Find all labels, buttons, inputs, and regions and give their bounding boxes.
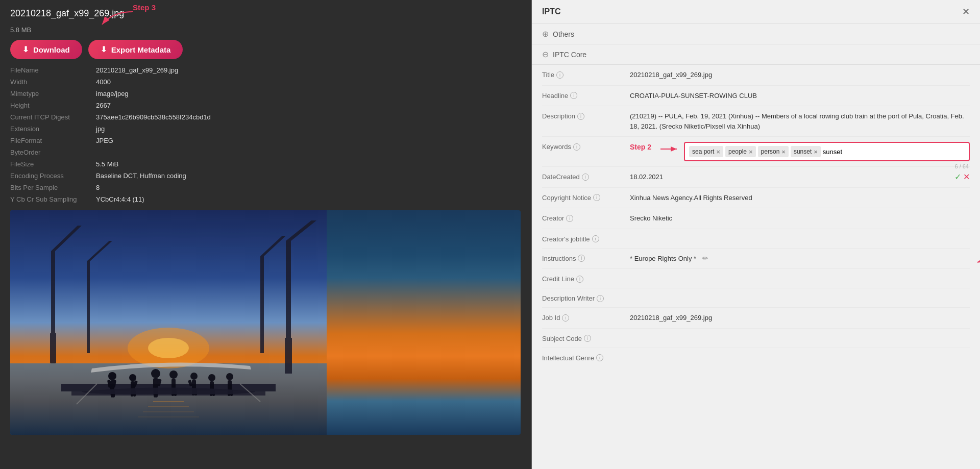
others-expand-icon: ⊕: [542, 29, 549, 39]
iptc-title: IPTC: [542, 7, 560, 16]
info-icon: i: [566, 215, 573, 222]
keyword-text: sea port: [692, 147, 714, 156]
field-label: Headline i: [542, 91, 624, 100]
svg-point-42: [208, 374, 215, 381]
action-buttons: ⬇ Download ⬇ Export Metadata: [10, 40, 521, 59]
info-icon: i: [578, 255, 585, 262]
field-label-text: Credit Line: [542, 275, 574, 283]
keyword-tag: people×: [725, 146, 756, 157]
field-label-text: Subject Code: [542, 335, 582, 342]
keyword-remove-button[interactable]: ×: [716, 149, 720, 155]
field-label-text: DateCreated: [542, 173, 580, 181]
image-container: [10, 210, 521, 435]
svg-rect-2: [10, 363, 327, 435]
field-label: Credit Line i: [542, 274, 624, 283]
svg-point-33: [169, 371, 178, 379]
date-cancel-button[interactable]: ✕: [963, 172, 970, 182]
svg-point-4: [148, 338, 189, 358]
right-panel: IPTC ✕ ⊕ Others ⊖ IPTC Core Title i20210…: [532, 0, 980, 469]
download-button[interactable]: ⬇ Download: [10, 40, 82, 59]
metadata-value: 20210218_gaf_x99_269.jpg: [96, 65, 521, 75]
metadata-label: Height: [10, 101, 92, 110]
iptc-field-row: Title i20210218_gaf_x99_269.jpg: [542, 65, 970, 86]
info-icon: i: [596, 354, 603, 361]
field-label: Title i: [542, 70, 624, 79]
image-preview: [10, 210, 521, 435]
keyword-remove-button[interactable]: ×: [814, 149, 818, 155]
export-icon: ⬇: [101, 45, 107, 54]
file-title: 20210218_gaf_x99_269.jpg: [10, 8, 124, 19]
svg-line-59: [977, 254, 980, 262]
keyword-text: people: [728, 147, 747, 156]
iptc-field-row: Copyright Notice iXinhua News Agency.All…: [542, 188, 970, 209]
info-icon: i: [573, 143, 580, 151]
field-label-text: Creator: [542, 214, 564, 222]
file-size: 5.8 MB: [10, 26, 521, 34]
info-icon: i: [592, 235, 599, 242]
iptc-field-row: DateCreated i 18.02.2021 ✓ ✕: [542, 167, 970, 188]
field-label-text: Creator's jobtitle: [542, 235, 590, 243]
metadata-label: Width: [10, 77, 92, 87]
keywords-container[interactable]: sea port×people×person×sunset×6 / 64: [684, 142, 970, 161]
field-label-text: Description: [542, 112, 575, 120]
field-label: Job Id i: [542, 313, 624, 322]
iptc-close-button[interactable]: ✕: [962, 6, 970, 17]
edit-icon-button[interactable]: ✏: [702, 254, 708, 262]
info-icon: i: [582, 174, 589, 181]
metadata-label: Encoding Process: [10, 171, 92, 181]
others-section-header[interactable]: ⊕ Others: [532, 24, 980, 44]
metadata-value: 375aee1c26b909cb538c558f234cbd1d: [96, 112, 521, 122]
date-confirm-button[interactable]: ✓: [954, 172, 961, 182]
field-value: * Europe Rights Only * ✏ Step 1: [630, 254, 970, 264]
field-value: 18.02.2021 ✓ ✕: [630, 172, 970, 182]
svg-point-37: [190, 373, 198, 380]
metadata-label: FileFormat: [10, 136, 92, 145]
field-text-value: (210219) -- PULA, Feb. 19, 2021 (Xinhua)…: [630, 112, 964, 130]
keyword-remove-button[interactable]: ×: [781, 149, 786, 155]
keyword-tag: sunset×: [791, 146, 821, 157]
field-text-value: CROATIA-PULA-SUNSET-ROWING CLUB: [630, 92, 757, 100]
field-label: Creator's jobtitle i: [542, 234, 624, 243]
field-label: Creator i: [542, 213, 624, 222]
field-label-text: Job Id: [542, 314, 560, 322]
others-label: Others: [553, 30, 574, 38]
info-icon: i: [593, 194, 600, 201]
field-value: 20210218_gaf_x99_269.jpg: [630, 313, 970, 323]
iptc-field-row: Description Writer i: [542, 288, 970, 308]
field-label: DateCreated i: [542, 172, 624, 181]
metadata-value: Baseline DCT, Huffman coding: [96, 171, 521, 181]
svg-rect-12: [285, 338, 292, 374]
field-label: Instructions i: [542, 254, 624, 262]
info-icon: i: [597, 295, 604, 302]
info-icon: i: [570, 92, 577, 99]
metadata-value: [96, 147, 521, 157]
metadata-value: 5.5 MiB: [96, 159, 521, 169]
iptc-core-label: IPTC Core: [553, 51, 586, 59]
metadata-label: Current ITCP Digest: [10, 112, 92, 122]
date-field-wrapper: 18.02.2021 ✓ ✕: [630, 172, 970, 182]
info-icon: i: [577, 113, 584, 120]
export-metadata-button[interactable]: ⬇ Export Metadata: [88, 40, 183, 59]
svg-point-28: [151, 369, 160, 378]
info-icon: i: [556, 71, 564, 79]
metadata-value: JPEG: [96, 136, 521, 145]
info-icon: i: [562, 314, 569, 322]
field-label-text: Headline: [542, 92, 568, 100]
keyword-tag: person×: [758, 146, 789, 157]
field-label-text: Intellectual Genre: [542, 354, 594, 362]
iptc-field-row: Description i(210219) -- PULA, Feb. 19, …: [542, 106, 970, 137]
field-text-value: Srecko Niketic: [630, 214, 672, 222]
iptc-field-row: Creator's jobtitle i: [542, 229, 970, 249]
date-value: 18.02.2021: [630, 172, 663, 182]
metadata-value: 4000: [96, 77, 521, 87]
keyword-remove-button[interactable]: ×: [749, 149, 753, 155]
date-actions: ✓ ✕: [954, 172, 970, 182]
instructions-value: * Europe Rights Only *: [630, 255, 696, 262]
iptc-core-section-header[interactable]: ⊖ IPTC Core: [532, 44, 980, 65]
iptc-field-row: Subject Code i: [542, 329, 970, 348]
metadata-label: Bits Per Sample: [10, 183, 92, 192]
field-value: Xinhua News Agency.All Rights Reserved: [630, 193, 970, 203]
iptc-field-row: Headline iCROATIA-PULA-SUNSET-ROWING CLU…: [542, 86, 970, 107]
iptc-field-row: Credit Line i: [542, 269, 970, 288]
keywords-input[interactable]: [823, 148, 909, 156]
